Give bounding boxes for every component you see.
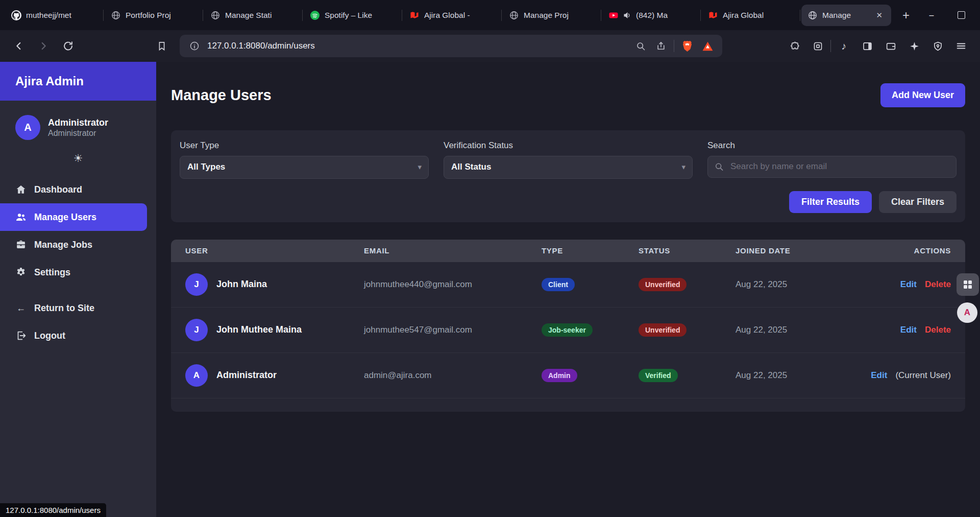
delete-link[interactable]: Delete xyxy=(925,279,951,290)
tab-label: Spotify – Like xyxy=(325,11,395,20)
sidebar-item-label: Return to Site xyxy=(34,303,94,314)
sidebar-item-dashboard[interactable]: Dashboard xyxy=(0,176,156,203)
site-info-icon[interactable] xyxy=(187,38,202,54)
email-cell: johnmuthee547@gmail.com xyxy=(364,325,542,335)
vpn-icon[interactable] xyxy=(927,35,948,57)
browser-toolbar: 127.0.0.1:8080/admin/users ♪ xyxy=(0,30,980,62)
brand-title: Ajira Admin xyxy=(0,62,156,101)
zoom-icon[interactable] xyxy=(633,38,648,54)
delete-link[interactable]: Delete xyxy=(925,325,951,335)
status-badge: Verified xyxy=(639,369,678,382)
verification-status-select[interactable]: All Status ▾ xyxy=(444,156,693,179)
forward-button[interactable] xyxy=(33,35,54,57)
sidebar-nav: Dashboard Manage Users Manage Jobs xyxy=(0,176,156,349)
users-table: USER EMAIL TYPE STATUS JOINED DATE ACTIO… xyxy=(171,240,965,412)
tab-label: Manage Proj xyxy=(524,11,594,20)
filter-results-button[interactable]: Filter Results xyxy=(789,191,872,213)
column-header-joined: JOINED DATE xyxy=(736,246,861,255)
tab-manage-static[interactable]: Manage Stati xyxy=(204,5,301,26)
url-text[interactable]: 127.0.0.1:8080/admin/users xyxy=(207,41,628,51)
back-icon xyxy=(13,40,24,52)
edit-link[interactable]: Edit xyxy=(871,370,887,381)
tab-ajira-global-1[interactable]: Ajira Global - xyxy=(403,5,500,26)
user-info: Administrator Administrator xyxy=(48,117,108,138)
actions-cell: Edit (Current User) xyxy=(861,370,951,381)
avatar: A xyxy=(185,364,208,387)
avatar: J xyxy=(185,319,208,341)
tab-manage-projects[interactable]: Manage Proj xyxy=(503,5,600,26)
edit-link[interactable]: Edit xyxy=(900,279,917,290)
tab-spotify[interactable]: Spotify – Like xyxy=(304,5,401,26)
tab-github-repo[interactable]: mutheejj/met xyxy=(5,5,102,26)
minimize-button[interactable]: – xyxy=(917,0,946,30)
search-icon xyxy=(714,162,724,172)
actions-cell: Edit Delete xyxy=(861,279,951,290)
brave-shield-icon[interactable] xyxy=(679,38,695,54)
edit-link[interactable]: Edit xyxy=(900,325,917,335)
tab-separator xyxy=(800,10,800,21)
user-name: John Maina xyxy=(216,279,267,290)
audio-speaker-icon[interactable] xyxy=(623,11,631,19)
user-role: Administrator xyxy=(48,129,108,138)
tab-youtube[interactable]: (842) Ma xyxy=(602,5,699,26)
translate-widget[interactable]: A xyxy=(957,302,977,323)
type-badge: Admin xyxy=(542,369,577,382)
status-cell: Verified xyxy=(639,369,736,382)
tab-label: Portfolio Proj xyxy=(126,11,195,20)
sidebar-item-label: Logout xyxy=(34,331,65,341)
maximize-button[interactable] xyxy=(946,0,976,30)
tab-label: (842) Ma xyxy=(636,11,693,20)
bookmark-button[interactable] xyxy=(151,35,173,57)
tab-label: mutheejj/met xyxy=(26,11,96,20)
media-control-icon[interactable]: ♪ xyxy=(833,35,854,57)
music-note-icon: ♪ xyxy=(841,40,846,52)
briefcase-icon xyxy=(15,239,27,250)
type-badge: Client xyxy=(542,278,575,291)
tab-separator xyxy=(402,10,402,21)
back-button[interactable] xyxy=(8,35,30,57)
theme-toggle-button[interactable]: ☀ xyxy=(74,152,83,165)
window-controls: – ✕ xyxy=(917,0,980,30)
sidebar-item-manage-jobs[interactable]: Manage Jobs xyxy=(0,231,156,258)
wallet-icon[interactable] xyxy=(880,35,901,57)
tab-ajira-global-2[interactable]: Ajira Global xyxy=(702,5,799,26)
address-bar[interactable]: 127.0.0.1:8080/admin/users xyxy=(180,35,722,57)
sidebar-item-settings[interactable]: Settings xyxy=(0,258,156,286)
user-cell: J John Muthee Maina xyxy=(185,319,364,341)
extensions-icon[interactable] xyxy=(783,35,805,57)
tab-portfolio[interactable]: Portfolio Proj xyxy=(105,5,202,26)
extension-grid-widget[interactable] xyxy=(957,273,979,296)
status-cell: Unverified xyxy=(639,323,736,337)
tab-label: Manage Stati xyxy=(225,11,295,20)
sidebar-item-manage-users[interactable]: Manage Users xyxy=(0,203,147,231)
user-type-select[interactable]: All Types ▾ xyxy=(180,156,429,179)
tab-separator xyxy=(302,10,303,21)
tab-manage-users-active[interactable]: Manage ✕ xyxy=(801,5,891,26)
maximize-icon xyxy=(958,11,965,19)
menu-icon[interactable] xyxy=(950,35,972,57)
search-input[interactable] xyxy=(707,156,957,178)
page-header: Manage Users Add New User xyxy=(171,77,965,114)
home-icon xyxy=(15,184,27,195)
email-cell: admin@ajira.com xyxy=(364,370,542,381)
divider xyxy=(674,40,674,52)
reload-button[interactable] xyxy=(57,35,79,57)
share-icon[interactable] xyxy=(653,38,669,54)
close-window-button[interactable]: ✕ xyxy=(976,0,980,30)
sidebar-item-logout[interactable]: Logout xyxy=(0,322,156,349)
status-badge: Unverified xyxy=(639,323,687,337)
leo-ai-icon[interactable] xyxy=(903,35,925,57)
new-tab-button[interactable]: + xyxy=(895,5,917,26)
add-new-user-button[interactable]: Add New User xyxy=(880,83,965,107)
sidebar-item-return-to-site[interactable]: ← Return to Site xyxy=(0,294,156,322)
clear-filters-button[interactable]: Clear Filters xyxy=(879,191,957,213)
close-tab-icon[interactable]: ✕ xyxy=(873,10,885,20)
forward-icon xyxy=(38,40,49,52)
sidebar-toggle-icon[interactable] xyxy=(856,35,878,57)
brave-rewards-icon[interactable] xyxy=(700,38,715,54)
type-cell: Admin xyxy=(542,369,639,382)
screenshot-icon[interactable] xyxy=(807,35,828,57)
verification-status-value: All Status xyxy=(451,162,491,172)
joined-date-cell: Aug 22, 2025 xyxy=(736,279,861,290)
status-bar-link: 127.0.0.1:8080/admin/users xyxy=(0,503,106,517)
